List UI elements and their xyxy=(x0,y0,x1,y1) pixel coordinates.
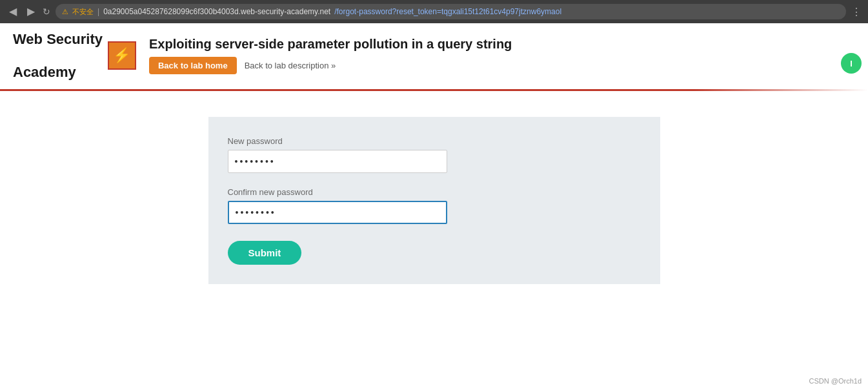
forward-nav-button[interactable]: ▶ xyxy=(25,5,37,18)
header-divider xyxy=(0,89,868,91)
back-to-lab-description-link[interactable]: Back to lab description » xyxy=(245,61,336,70)
browser-menu-icon[interactable]: ⋮ xyxy=(851,6,862,18)
lab-title: Exploiting server-side parameter polluti… xyxy=(149,37,512,52)
url-separator: | xyxy=(97,7,99,16)
confirm-password-input[interactable] xyxy=(228,201,447,224)
url-path: /forgot-password?reset_token=tqgxali15t1… xyxy=(334,7,561,16)
new-password-input[interactable] xyxy=(228,150,447,173)
logo: Web Security Academy ⚡ xyxy=(13,31,136,80)
new-password-group: New password xyxy=(228,136,641,173)
reload-button[interactable]: ↻ xyxy=(43,6,50,17)
avatar: I xyxy=(841,53,862,74)
confirm-password-group: Confirm new password xyxy=(228,187,641,224)
browser-chrome: ◀ ▶ ↻ ⚠ 不安全 | 0a29005a045287628099c6f300… xyxy=(0,0,868,23)
back-nav-button[interactable]: ◀ xyxy=(6,5,19,18)
submit-button[interactable]: Submit xyxy=(228,241,302,265)
password-reset-form-card: New password Confirm new password Submit xyxy=(208,117,660,284)
security-warning-label: 不安全 xyxy=(72,7,94,17)
confirm-password-label: Confirm new password xyxy=(228,187,641,197)
logo-text: Web Security Academy xyxy=(13,31,103,80)
url-bar[interactable]: ⚠ 不安全 | 0a29005a045287628099c6f300b4003d… xyxy=(56,4,846,19)
site-header: Web Security Academy ⚡ Exploiting server… xyxy=(0,23,868,80)
logo-text-line1: Web Security Academy xyxy=(13,31,103,80)
footer-watermark: CSDN @Orch1d xyxy=(809,377,862,385)
new-password-label: New password xyxy=(228,136,641,146)
logo-icon: ⚡ xyxy=(108,41,136,70)
lightning-icon: ⚡ xyxy=(113,47,130,64)
header-actions: Back to lab home Back to lab description… xyxy=(149,57,512,74)
url-domain: 0a29005a045287628099c6f300b4003d.web-sec… xyxy=(103,7,330,16)
header-right: Exploiting server-side parameter polluti… xyxy=(149,37,512,74)
site-header-wrapper: Web Security Academy ⚡ Exploiting server… xyxy=(0,23,868,91)
back-to-lab-home-button[interactable]: Back to lab home xyxy=(149,57,237,74)
main-content: New password Confirm new password Submit xyxy=(0,91,868,310)
security-warning-icon: ⚠ xyxy=(62,8,68,16)
